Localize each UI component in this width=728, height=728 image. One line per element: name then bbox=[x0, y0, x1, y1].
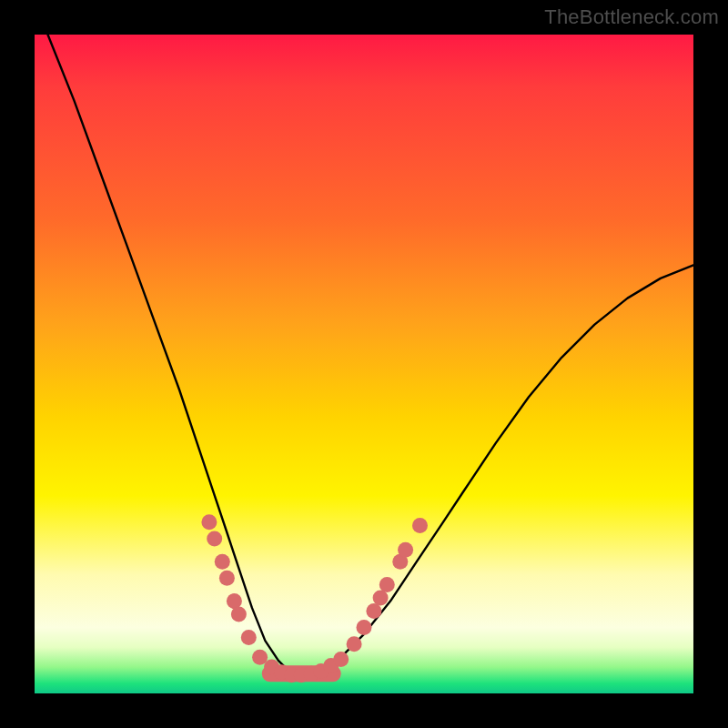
marker-dot bbox=[201, 514, 217, 530]
marker-dot bbox=[373, 591, 389, 606]
marker-dot bbox=[357, 620, 372, 635]
marker-dot bbox=[227, 593, 242, 609]
marker-dot bbox=[215, 554, 230, 570]
marker-dot bbox=[379, 577, 395, 592]
marker-dot bbox=[398, 542, 413, 558]
marker-dot bbox=[241, 630, 257, 645]
plot-area bbox=[35, 35, 693, 693]
marker-dot bbox=[207, 531, 222, 546]
marker-dot bbox=[231, 607, 247, 622]
chart-svg bbox=[35, 35, 693, 693]
marker-dots bbox=[201, 514, 428, 682]
marker-dot bbox=[347, 636, 362, 652]
marker-dot bbox=[412, 518, 428, 533]
marker-dot bbox=[333, 652, 349, 667]
chart-frame: TheBottleneck.com bbox=[0, 0, 728, 728]
marker-dot bbox=[219, 571, 235, 586]
marker-dot bbox=[252, 650, 268, 665]
marker-dot bbox=[366, 603, 381, 619]
bottleneck-curve bbox=[48, 35, 694, 677]
watermark-text: TheBottleneck.com bbox=[544, 5, 719, 29]
